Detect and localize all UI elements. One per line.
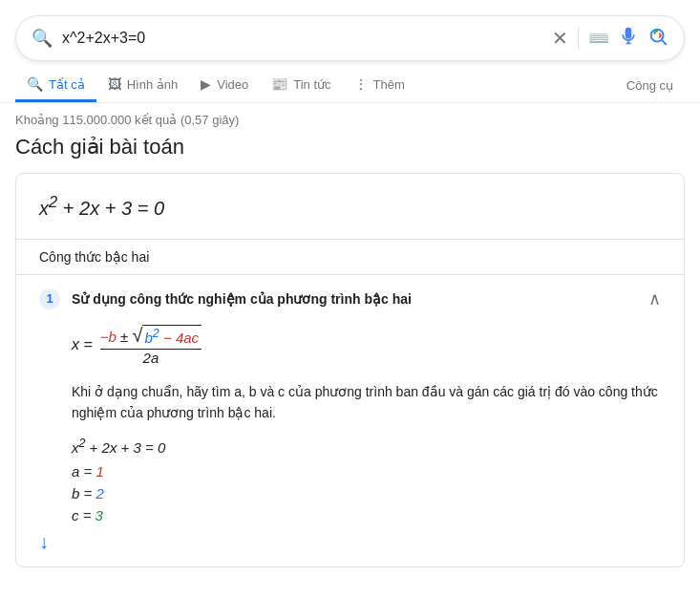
formula-fraction: −b ± √ b2 − 4ac: [100, 325, 202, 366]
tab-images-label: Hình ảnh: [127, 77, 179, 92]
clear-icon[interactable]: ✕: [552, 27, 568, 50]
math-card: x2 + 2x + 3 = 0 Công thức bậc hai 1 Sử d…: [15, 173, 685, 567]
search-input[interactable]: [62, 30, 542, 47]
tab-all[interactable]: 🔍 Tất cả: [15, 69, 96, 102]
sqrt-symbol: √: [132, 325, 142, 347]
b-squared: b2: [144, 330, 159, 346]
step-header-left: 1 Sử dụng công thức nghiệm của phương tr…: [39, 288, 412, 309]
vertical-divider: [578, 27, 579, 50]
var-b-value: 2: [95, 485, 103, 501]
equation-line: x2 + 2x + 3 = 0: [72, 437, 661, 456]
math-formula-label: Công thức bậc hai: [16, 240, 684, 275]
search-magnifier-icon: 🔍: [32, 28, 53, 49]
sqrt-wrapper: √ b2 − 4ac: [132, 325, 202, 347]
images-tab-icon: 🖼: [108, 76, 121, 92]
step-header: 1 Sử dụng công thức nghiệm của phương tr…: [39, 288, 661, 309]
formula-denominator: 2a: [143, 350, 159, 366]
sqrt-content: b2 − 4ac: [142, 325, 202, 346]
formula-x-equals: x =: [72, 336, 93, 353]
var-a-line: a = 1: [72, 463, 661, 480]
step-description: Khi ở dạng chuẩn, hãy tìm a, b và c của …: [72, 381, 661, 424]
voice-icon[interactable]: [619, 27, 638, 51]
svg-line-3: [662, 40, 666, 44]
tab-all-label: Tất cả: [49, 77, 85, 92]
tab-video[interactable]: ▶ Video: [189, 69, 260, 102]
nav-tabs: 🔍 Tất cả 🖼 Hình ảnh ▶ Video 📰 Tin tức ⋮ …: [0, 61, 700, 103]
neg-b: −b: [100, 329, 117, 345]
tools-button[interactable]: Công cụ: [615, 71, 685, 100]
keyboard-icon[interactable]: ⌨️: [588, 28, 609, 49]
minus-sign: −: [163, 330, 176, 346]
tab-more-label: Thêm: [373, 77, 405, 92]
var-c-line: c = 3: [72, 507, 661, 523]
collapse-icon[interactable]: ∧: [648, 288, 661, 309]
formula-numerator: −b ± √ b2 − 4ac: [100, 325, 202, 350]
two-a: 2a: [143, 350, 159, 366]
tab-more[interactable]: ⋮ Thêm: [343, 69, 416, 102]
step-number: 1: [39, 288, 60, 309]
steps-section: 1 Sử dụng công thức nghiệm của phương tr…: [16, 275, 684, 567]
plus-minus: ±: [120, 329, 132, 345]
news-tab-icon: 📰: [271, 76, 287, 92]
more-tab-icon: ⋮: [354, 76, 368, 92]
video-tab-icon: ▶: [201, 76, 211, 92]
search-bar: 🔍 ✕ ⌨️: [15, 15, 685, 61]
tab-news[interactable]: 📰 Tin tức: [260, 69, 342, 102]
four-ac: 4ac: [176, 330, 199, 346]
var-c-value: 3: [95, 507, 103, 523]
var-a-value: 1: [95, 463, 103, 480]
results-stats: Khoảng 115.000.000 kết quả (0,57 giây): [0, 103, 700, 135]
search-tab-icon: 🔍: [27, 76, 43, 92]
lens-icon[interactable]: [647, 26, 668, 52]
search-bar-container: 🔍 ✕ ⌨️: [0, 0, 700, 61]
tab-news-label: Tin tức: [293, 77, 330, 92]
tab-images[interactable]: 🖼 Hình ảnh: [96, 69, 190, 102]
math-equation-display: x2 + 2x + 3 = 0: [39, 198, 164, 219]
step-title: Sử dụng công thức nghiệm của phương trìn…: [72, 291, 412, 307]
quadratic-formula: x = −b ± √ b2 − 4ac: [72, 325, 661, 366]
var-b-line: b = 2: [72, 485, 661, 501]
continue-arrow-row[interactable]: ↓: [39, 531, 661, 553]
content-area: Cách giải bài toán x2 + 2x + 3 = 0 Công …: [0, 135, 700, 567]
math-equation-box: x2 + 2x + 3 = 0: [16, 174, 684, 240]
down-arrow-icon[interactable]: ↓: [39, 531, 49, 553]
tab-video-label: Video: [217, 77, 248, 92]
page-title: Cách giải bài toán: [15, 135, 685, 160]
